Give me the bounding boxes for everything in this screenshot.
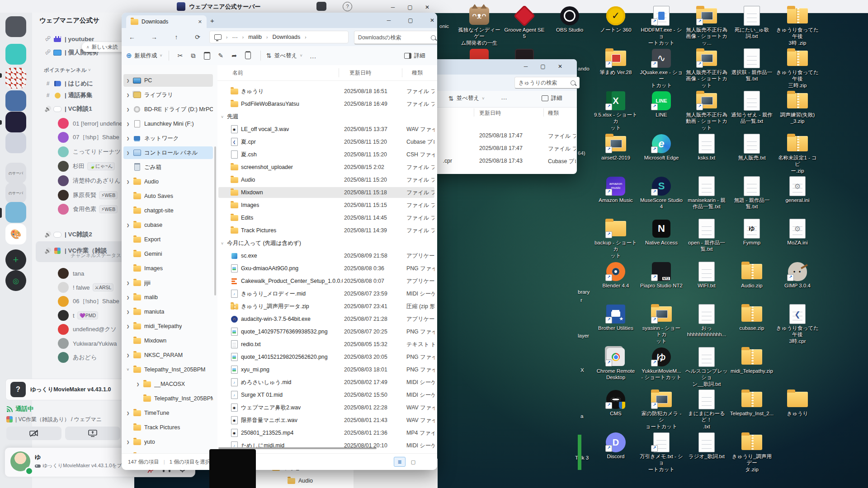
table-row[interactable]: Track Pictures2025/08/11 14:39ファイル フォ...	[218, 225, 434, 236]
desktop-icon[interactable]: ★↗Brother Utilities	[594, 305, 637, 331]
details-view-toggle[interactable]: ▢	[407, 457, 419, 467]
server-icon[interactable]: のサーバ	[5, 183, 26, 203]
popout-icon[interactable]	[316, 2, 326, 11]
expand-chevron-icon[interactable]: ❯	[123, 223, 132, 227]
sidebar-item-cubase[interactable]: ❯cubase	[123, 219, 213, 231]
voice-member[interactable]: 杉田🍃にゃ~ん	[32, 160, 134, 172]
expand-chevron-icon[interactable]: ❯	[123, 281, 132, 285]
desktop-icon[interactable]: open - 親作品一 覧.txt	[685, 219, 728, 253]
add-server-button[interactable]: +	[5, 249, 26, 270]
desktop-icon[interactable]: ヘルスコンプレッショ ン__歌詞.txt	[685, 347, 728, 387]
voice-member[interactable]: Yukiwara/Yukiwa	[32, 338, 134, 349]
sidebar-item-channel[interactable]: #| はじめに	[32, 78, 134, 89]
table-row[interactable]: ◉LE_off vocal_3.wav2025/08/15 13:37WAV フ…	[218, 124, 434, 135]
voice-member[interactable]: 01 [!error] undefined	[32, 117, 134, 129]
sidebar-item-gemini[interactable]: Gemini	[123, 248, 213, 260]
desktop-icon[interactable]: きゅうり食ってた午後 三時.zip	[776, 49, 819, 89]
tab-downloads[interactable]: Downloads ✕	[126, 15, 207, 28]
new-button[interactable]: ⊕新規作成˅	[126, 52, 162, 60]
sidebar-item--[interactable]: ❯ネットワーク	[123, 132, 213, 145]
desktop-icon[interactable]: ↗万引きメモ.txt - ショ ートカット	[640, 433, 683, 473]
server-icon[interactable]: 🎨	[5, 224, 26, 244]
server-icon[interactable]	[5, 112, 26, 132]
sidebar-item-midi-telepathy[interactable]: ❯midi_Telepathy	[123, 320, 213, 333]
table-row[interactable]: xyu_mi.png2025/08/03 18:01PNG ファイ...	[218, 364, 434, 375]
sidebar-item-export[interactable]: Export	[123, 233, 213, 246]
breadcrumb-malib[interactable]: malib	[248, 34, 262, 40]
sidebar-item--[interactable]: ごみ箱	[123, 161, 213, 174]
group-header[interactable]: ˅先週	[221, 113, 238, 121]
server-icon[interactable]	[5, 202, 26, 223]
sidebar-item-bd-re-d-mrpc2-[interactable]: ❯BD-RE ドライブ (D:) MrPC2:	[123, 103, 213, 116]
table-row[interactable]: ♪きゅうり_メロディー.mid2025/08/07 23:59MIDI シーケ.…	[218, 288, 434, 299]
table-row[interactable]: きゅうり_調声用データ.zip2025/08/07 23:41圧縮 (zip 形…	[218, 301, 434, 312]
voice-member[interactable]: 07［!shp］Shabe	[32, 131, 134, 143]
section-label[interactable]: ボイスチャンネル	[44, 67, 86, 74]
more-icon[interactable]: …	[501, 94, 507, 101]
desktop-icon[interactable]: WIFI.txt	[685, 262, 728, 289]
table-row[interactable]: sc.exe2025/08/09 21:58アプリケーシ...	[218, 250, 434, 261]
expand-chevron-icon[interactable]: ❯	[123, 296, 132, 300]
sidebar-item-images[interactable]: Images	[123, 262, 213, 275]
call-channel[interactable]: | VC作業（雑談あり） / ウェブマニ	[15, 416, 102, 423]
desktop-icon[interactable]: midi_Telepathy.zip	[730, 347, 774, 374]
explorer-maximize-button[interactable]: ▢	[402, 13, 419, 28]
voice-member[interactable]: 豚原長賢⚡WEB	[32, 189, 134, 201]
table-row[interactable]: Images2025/08/11 15:15ファイル フォ...	[218, 200, 434, 211]
explorer2-search-input[interactable]: きゅうりの検索	[514, 77, 580, 89]
explorer2-details-button[interactable]: 詳細	[542, 94, 562, 102]
sidebar-item-audio[interactable]: ❯Audio	[123, 175, 213, 188]
voice-member[interactable]: あおどら	[32, 352, 134, 363]
desktop-icon[interactable]: 選択肢 - 親作品一 覧.txt	[730, 49, 774, 82]
desktop-icon[interactable]: Audio.zip	[730, 262, 774, 289]
tab-close-icon[interactable]: ✕	[198, 19, 202, 25]
desktop-icon[interactable]: 無題 - 親作品一 覧.txt	[730, 177, 774, 210]
desktop-icon[interactable]: ↗backup - ショートカ ット	[594, 219, 637, 259]
table-row[interactable]: ∩audacity-win-3.7.5-64bit.exe2025/08/07 …	[218, 314, 434, 324]
expand-chevron-icon[interactable]: ˅	[123, 367, 132, 372]
video-off-button[interactable]	[6, 427, 61, 440]
desktop-icon[interactable]: ↗無人販売不正行為 画像 - ショートカッ...	[685, 6, 728, 46]
expand-chevron-icon[interactable]: ❯	[123, 310, 132, 314]
sidebar-item-track-pictures[interactable]: Track Pictures	[123, 421, 213, 434]
desktop-icon[interactable]: 名称未設定1 - コピ ー.zip	[776, 134, 819, 174]
desktop-icon[interactable]: ↗syasinn - ショートカ ット	[640, 305, 683, 344]
desktop-icon[interactable]: ↗筆まめ Ver.28	[594, 49, 637, 75]
desktop-icon[interactable]: きゅうり_調声用デー タ.zip	[730, 433, 774, 473]
server-icon[interactable]	[5, 44, 26, 65]
desktop-icon[interactable]: ↗airset2-2019	[594, 134, 637, 161]
explorer2-minimize-button[interactable]: ─	[517, 59, 534, 74]
desktop-icon[interactable]: ゆFymmp	[730, 219, 774, 246]
column-type[interactable]: 種類	[412, 69, 423, 77]
details-pane-button[interactable]: 詳細	[404, 52, 425, 60]
desktop-icon[interactable]: • •↗GIMP 3.0.4	[776, 262, 819, 289]
sidebar-item--macosx[interactable]: ❯__MACOSX	[123, 378, 213, 390]
breadcrumb-downloads[interactable]: Downloads	[272, 34, 300, 40]
table-row[interactable]: Cakewalk_Product_Center_Setup_1.0.0.09..…	[218, 276, 434, 286]
table-row[interactable]: 夏.csh2025/08/11 15:20CSH ファイル	[218, 149, 434, 160]
explorer2-close-button[interactable]: ✕	[552, 59, 569, 74]
desktop-icon[interactable]: manisekarin - 親 作品一覧.txt	[685, 177, 728, 210]
desktop-icon[interactable]: X↗9.5.xlsx - ショートカ ット	[594, 91, 637, 131]
expand-chevron-icon[interactable]: ❯	[123, 440, 132, 444]
sidebar-item-maniuta[interactable]: ❯maniuta	[123, 305, 213, 318]
desktop-icon[interactable]: ∿↗JQuake.exe - ショー トカット	[640, 49, 683, 89]
refresh-button[interactable]: ⟳	[192, 31, 203, 43]
desktop-icon[interactable]: まにまにわーるど！ .txt	[685, 390, 728, 430]
table-row[interactable]: ♪めろさいしゅう.mid2025/08/02 17:49MIDI シーケ...	[218, 377, 434, 388]
desktop-icon[interactable]: ❮きゅうり食ってた午後 3時.cpr	[776, 305, 819, 344]
desktop-icon[interactable]: cubase.zip	[730, 305, 774, 331]
help-icon[interactable]: ?	[343, 2, 352, 11]
server-name-header[interactable]: ウェブマニア公式サ	[39, 16, 99, 25]
sidebar-item-nksc-param[interactable]: ❯NKSC_PARAM	[123, 349, 213, 361]
expand-chevron-icon[interactable]: ❯	[123, 353, 132, 357]
table-row[interactable]: ◉250801_213525.mp42025/08/01 21:36MP4 ファ…	[218, 427, 434, 438]
table-row[interactable]: Audio2025/08/11 15:20ファイル フォ...	[218, 174, 434, 185]
discover-icon[interactable]: ◎	[5, 270, 26, 291]
expand-chevron-icon[interactable]: ❯	[133, 382, 142, 386]
desktop-icon[interactable]: ⚙MoZA.ini	[776, 219, 819, 246]
desktop-icon[interactable]: Groove Agent SE 5	[503, 6, 546, 40]
desktop-icon[interactable]: 通知うぜえ - 親作 品一覧.txt	[730, 91, 774, 125]
table-row[interactable]: screenshot_uploader2025/08/15 2:02ファイル フ…	[218, 162, 434, 173]
desktop-icon[interactable]: amazon music↗Amazon Music	[594, 177, 637, 203]
